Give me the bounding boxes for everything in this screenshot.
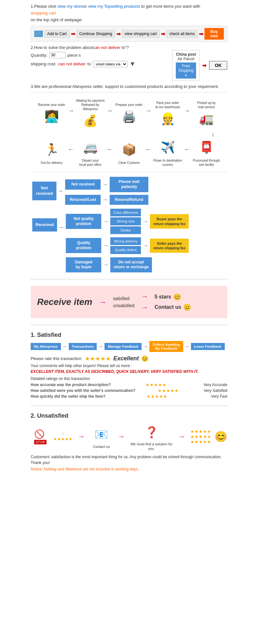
pf-icon-4: 👷 — [161, 109, 175, 128]
nr-arr1: → — [103, 182, 108, 187]
satisfied-title: 1. Satisfied — [31, 332, 227, 338]
unsat-stars-1: ★★★★★ — [53, 437, 73, 441]
rate-label: Please rate this transaction: — [31, 356, 82, 361]
process-row2: 🏃 Out for delivery ← 🚐 Depart yourlocal … — [31, 138, 227, 167]
unsat-stars-outcome: ★★★★★ ★★★★★ ★★★★★ — [190, 429, 211, 444]
pf-label-5: Picked up bymail service — [197, 101, 215, 109]
free-shipping-badge: FreeShipping● — [176, 62, 196, 79]
pf-arr-2: → — [106, 107, 113, 114]
can-not-deliver-inline: can not deliver — [58, 62, 86, 66]
notice-text: Customers' satisfaction is the most impo… — [31, 454, 227, 466]
rec-qp-arr2: → — [143, 243, 148, 248]
pf-item-8: 📦 Clear Customs — [113, 140, 145, 165]
rec-qp-arr: → — [103, 243, 108, 248]
arrow-2: ➡ — [116, 31, 121, 37]
rate-row: Please rate this transaction: ★★★★★ Exce… — [31, 355, 227, 362]
process-row1: Receive your order 👩‍💻 → Waiting for pay… — [31, 97, 227, 130]
nav-orders-awaiting[interactable]: Orders AwaitingMy Feedback — [149, 341, 183, 352]
qty-suffix: piece s — [67, 53, 81, 58]
arrow-3: ➡ — [161, 31, 165, 37]
unsatisfied-section: 2. Unsatisfied 🚫 STOP N ★★★★★ → 📧 Contac… — [31, 412, 227, 472]
received-main: Received — [32, 218, 57, 232]
nr-sub1: Not received — [65, 179, 101, 190]
pf-arr-4: → — [184, 107, 190, 114]
rec-nqp-outcome: Buyer pays thereturn shipping fee — [150, 214, 189, 229]
add-to-cart-btn[interactable]: Add to Cart — [44, 30, 70, 38]
receive-arrow: → — [99, 298, 106, 307]
pf-icon-10: 📮 — [199, 138, 214, 157]
pf-icon-9: ✈️ — [161, 138, 175, 157]
pf-arr-3: → — [145, 107, 152, 114]
buy-now-btn[interactable]: Buy now — [204, 28, 224, 40]
shipping-via-dropdown[interactable]: unied states via — [93, 61, 127, 67]
nav-transactions[interactable]: Transactions — [69, 343, 97, 350]
nav-arr4: → — [184, 344, 190, 349]
comments-label: Your comments will help other buyers! Pl… — [31, 364, 227, 368]
rating-stars-2: ★★★★★ — [158, 388, 179, 393]
rating-q2: How satisfied were you with the seller's… — [31, 388, 135, 393]
qty-input[interactable] — [49, 52, 65, 58]
shopping-cart-text: shopping cart. — [31, 11, 57, 15]
unsatisfied-row: unsatisfied — [113, 303, 134, 308]
webpage-top-right-label: on the top right of webpage: — [31, 17, 227, 24]
contact-us-label: Contact us — [93, 445, 110, 449]
ok-button[interactable]: OK — [209, 61, 227, 70]
pf-item-2: Waiting for paymentReleased by Aliexpres… — [74, 97, 106, 130]
pf-icon-7: 🚐 — [83, 138, 98, 157]
receive-outcomes: satisfied unsatisfied — [113, 296, 134, 308]
rec-nqp-arr: → — [103, 219, 108, 224]
satisfied-arrow: → — [141, 292, 148, 301]
arrow-dropdown: ▼ — [129, 60, 136, 68]
excellent-label: Excellent — [113, 355, 139, 362]
pf-item-5: Picked up bymail service 🚛 — [190, 99, 223, 128]
satisfied-row: satisfied — [113, 296, 134, 301]
nr-arrow: ─ — [59, 188, 63, 194]
pf-item-6: 🏃 Out for delivery — [35, 140, 68, 165]
rating-label-2: Very Satisfied — [204, 388, 227, 393]
rec-qp: Qualityproblem — [66, 238, 101, 253]
pf-label-1: Receive your order — [38, 103, 65, 107]
arrow-to-ok: ➡ — [202, 62, 206, 69]
receive-item-title: Receive item — [37, 297, 92, 307]
view-shopping-cart-btn[interactable]: view shopping cart — [122, 30, 160, 38]
pf-item-3: Prepare your order 🖨️ — [113, 101, 145, 126]
view-store-link[interactable]: view my store — [57, 4, 83, 9]
shipping-label: shipping cost: — [31, 62, 56, 66]
pf-arr-7: ← — [145, 146, 152, 153]
find-solution-label: We must find a solution for you. — [130, 442, 173, 451]
unsat-arrow1: → — [78, 432, 85, 441]
nav-leave-feedback[interactable]: Leave Feedback — [191, 343, 225, 350]
continue-shopping-btn[interactable]: Continue Shopping — [76, 30, 115, 38]
excellent-emoji: 😊 — [141, 355, 148, 362]
rec-nqp-arr2: → — [143, 219, 148, 224]
rec-dmg: Damagedby buyer — [66, 257, 101, 272]
rec-qp-outcome: Seller pays thereturn shipping fee — [150, 239, 189, 253]
nav-my-aliexpress[interactable]: My Aliexpress — [31, 343, 61, 350]
process-down-arrow: ↓ — [211, 130, 214, 138]
rec-nqp: Not qualityproblem — [66, 214, 101, 229]
section2: 2.How to solve the problem aboutcan not … — [31, 45, 227, 81]
unsatisfied-title: 2. Unsatisfied — [31, 412, 227, 419]
pf-label-8: Clear Customs — [118, 161, 140, 165]
nav-arr3: → — [143, 344, 148, 349]
satisfied-section: 1. Satisfied My Aliexpress → Transaction… — [31, 332, 227, 399]
check-all-items-btn[interactable]: check all items — [166, 30, 198, 38]
pf-label-7: Depart yourlocal post office — [79, 158, 102, 167]
notice-orange: Notice: Holiday and Weekend are not incl… — [31, 467, 227, 471]
pf-icon-6: 🏃 — [45, 140, 59, 159]
ratings-table: Detailed ratings on this transaction How… — [31, 376, 227, 399]
detailed-label: Detailed ratings on this transaction — [31, 376, 227, 381]
unsat-img-3: ❓ — [140, 422, 163, 442]
pf-label-4: Pack your orderat our warehouse — [155, 101, 180, 109]
pf-label-6: Out for delivery — [41, 161, 63, 165]
pf-arr-8: ← — [184, 146, 190, 153]
pf-icon-5: 🚛 — [199, 109, 214, 128]
nav-manage-feedback[interactable]: Manage Feedback — [104, 343, 142, 350]
satisfied-smiley: 😊 — [173, 293, 181, 301]
rec-nqp-s2: Wrong size — [110, 217, 141, 225]
pf-icon-3: 🖨️ — [122, 107, 136, 126]
view-topselling-link[interactable]: view my Topselling products — [88, 4, 140, 9]
not-received-main: Notreceived — [32, 182, 56, 200]
pf-arr-5: ← — [68, 146, 74, 153]
rec-qp-s1: Wrong delivery — [110, 237, 141, 245]
